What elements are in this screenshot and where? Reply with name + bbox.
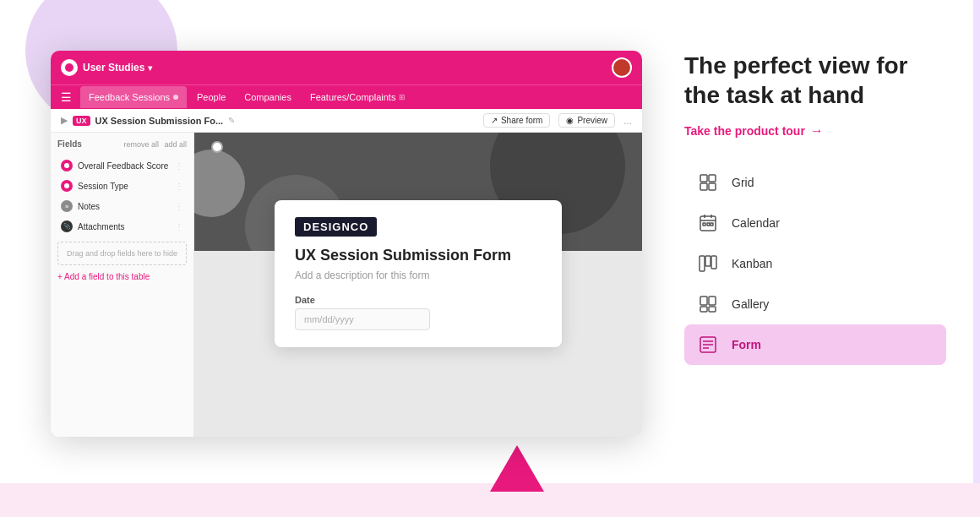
more-options-button[interactable]: ... [623, 115, 632, 127]
svg-rect-13 [705, 256, 710, 266]
form-date-label: Date [295, 295, 542, 305]
topbar-title: User Studies ▾ [83, 62, 152, 73]
nav-tab-companies[interactable]: Companies [236, 86, 300, 108]
field-item-session-type[interactable]: Session Type ⋮ [57, 176, 187, 196]
view-item-gallery[interactable]: Gallery [684, 284, 946, 324]
fields-actions: remove all add all [123, 140, 187, 149]
remove-all-link[interactable]: remove all [123, 140, 159, 149]
field-drag-handle-3[interactable]: ⋮ [175, 202, 183, 211]
calendar-icon [696, 211, 720, 235]
field-drag-handle[interactable]: ⋮ [175, 161, 183, 171]
svg-rect-3 [700, 183, 707, 190]
svg-rect-15 [700, 297, 707, 305]
svg-rect-1 [700, 175, 707, 182]
info-heading: The perfect view for the task at hand [684, 51, 946, 110]
field-item-notes[interactable]: ≡ Notes ⋮ [57, 196, 187, 216]
breadcrumb-expand-icon[interactable]: ▶ [61, 115, 68, 126]
info-panel: The perfect view for the task at hand Ta… [676, 34, 946, 365]
fields-header: Fields remove all add all [57, 139, 187, 149]
svg-rect-2 [709, 175, 716, 182]
field-radio-icon-2 [61, 180, 73, 192]
view-item-grid[interactable]: Grid [684, 162, 946, 203]
app-main-content: Fields remove all add all Overall Feedba… [51, 133, 642, 437]
svg-rect-10 [707, 223, 710, 226]
svg-rect-9 [703, 223, 705, 226]
form-preview-area: DESIGNCO UX Session Submission Form Add … [194, 133, 642, 437]
form-card-title: UX Session Submission Form [295, 247, 542, 264]
svg-rect-17 [700, 307, 707, 312]
fields-panel: Fields remove all add all Overall Feedba… [51, 133, 194, 437]
topbar-left: User Studies ▾ [61, 59, 152, 76]
breadcrumb-name: UX Session Submission Fo... [95, 116, 224, 126]
view-item-calendar[interactable]: Calendar [684, 203, 946, 243]
svg-rect-14 [711, 256, 716, 269]
tab-expand-icon: ⊞ [399, 93, 406, 101]
breadcrumb-status-icon: ✎ [228, 116, 235, 125]
svg-rect-18 [709, 307, 716, 312]
field-drag-handle-2[interactable]: ⋮ [175, 182, 183, 191]
form-brand-logo: DESIGNCO [295, 217, 377, 237]
kanban-icon [696, 252, 720, 275]
share-icon: ↗ [491, 116, 498, 125]
field-item-overall[interactable]: Overall Feedback Score ⋮ [57, 155, 187, 176]
tab-close-dot[interactable] [173, 95, 178, 100]
form-date-input[interactable]: mm/dd/yyyy [295, 308, 430, 330]
app-breadcrumb-bar: ▶ UX UX Session Submission Fo... ✎ ↗ Sha… [51, 109, 642, 133]
breadcrumb-actions: ↗ Share form ◉ Preview ... [483, 113, 632, 128]
svg-rect-16 [709, 297, 716, 305]
form-card: DESIGNCO UX Session Submission Form Add … [275, 200, 562, 347]
view-item-kanban[interactable]: Kanban [684, 243, 946, 284]
svg-rect-11 [710, 223, 713, 226]
field-item-attachments[interactable]: 📎 Attachments ⋮ [57, 216, 187, 237]
view-type-list: Grid Calendar [684, 162, 946, 365]
nav-tab-features[interactable]: Features/Complaints ⊞ [302, 86, 415, 108]
user-avatar [612, 57, 632, 78]
field-drag-handle-4[interactable]: ⋮ [175, 222, 183, 231]
fields-panel-title: Fields [57, 139, 82, 149]
bg-shape-3 [194, 150, 245, 217]
gallery-icon [696, 292, 720, 316]
app-logo-icon [61, 59, 78, 76]
app-navbar: ☰ Feedback Sessions People Companies Fea… [51, 84, 642, 109]
field-attach-icon: 📎 [61, 220, 73, 232]
nav-tab-feedback[interactable]: Feedback Sessions [80, 86, 187, 108]
hamburger-icon[interactable]: ☰ [61, 85, 79, 109]
tour-arrow-icon: → [810, 123, 824, 139]
pin-icon [211, 141, 223, 153]
preview-icon: ◉ [566, 116, 574, 125]
app-topbar: User Studies ▾ [51, 51, 642, 84]
breadcrumb-type-icon: UX [73, 116, 90, 126]
view-item-form[interactable]: Form [684, 324, 946, 365]
preview-button[interactable]: ◉ Preview [558, 113, 615, 128]
form-icon [696, 333, 720, 356]
app-screenshot: User Studies ▾ ☰ Feedback Sessions Peopl… [51, 51, 642, 437]
svg-point-0 [65, 63, 74, 72]
svg-rect-4 [709, 183, 716, 190]
field-radio-icon [61, 160, 73, 171]
tour-link[interactable]: Take the product tour → [684, 123, 946, 139]
add-all-link[interactable]: add all [164, 140, 187, 149]
share-form-button[interactable]: ↗ Share form [483, 113, 550, 128]
field-notes-icon: ≡ [61, 200, 73, 212]
svg-rect-12 [700, 256, 705, 271]
fields-drop-zone: Drag and drop fields here to hide [57, 242, 187, 265]
main-layout: User Studies ▾ ☰ Feedback Sessions Peopl… [0, 0, 980, 517]
form-card-description: Add a description for this form [295, 269, 542, 281]
add-field-link[interactable]: + Add a field to this table [57, 272, 187, 281]
nav-tab-people[interactable]: People [188, 86, 234, 108]
dropdown-arrow-icon[interactable]: ▾ [148, 63, 152, 73]
grid-icon [696, 171, 720, 194]
